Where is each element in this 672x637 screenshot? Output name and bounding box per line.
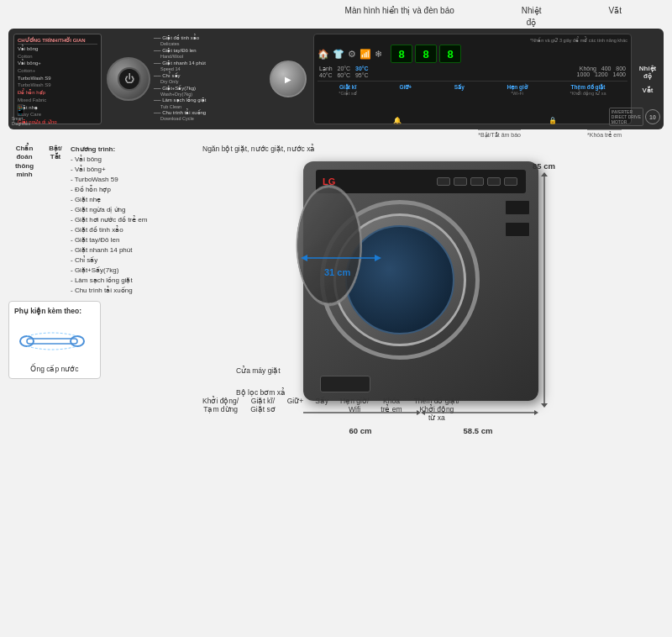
display-label: Màn hình hiển thị và đèn báo — [345, 5, 454, 29]
giu-plus-label: Giữ+ — [287, 397, 303, 422]
detergent-label: Ngăn bột giặt, nước giặt, nước xả — [202, 145, 315, 155]
dim-85-container: 85 cm — [533, 161, 555, 408]
accessory-title: Phụ kiện kèm theo: — [14, 307, 95, 315]
temp-spin-display: Lạnh 20°C 30°C 40°C 60°C 95°C Không 400 … — [318, 66, 627, 78]
bat-tat-label: Bật/Tắt — [44, 145, 67, 296]
display-icons-row: 🏠 👕 ⚙ 📶 ❄ 8 8 8 — [318, 45, 627, 63]
dim-85-label: 85 cm — [533, 161, 555, 171]
dim-585-label: 58.5 cm — [464, 426, 493, 435]
digit-1: 8 — [391, 45, 412, 63]
program-panel-header: CHƯƠNG TRÌNH/THỜI GIAN — [18, 37, 97, 45]
them-do-giat-label: Thêm đồ giặt/Khởi độngtừ xa — [414, 397, 460, 422]
temp-top-label: Nhiệtđộ — [522, 5, 542, 29]
control-panel: CHƯƠNG TRÌNH/THỜI GIAN Vải bôngCotton Vả… — [8, 29, 664, 129]
home-icon: 🏠 — [318, 49, 329, 60]
start-pause-button[interactable]: ▶ — [270, 61, 307, 97]
accessory-box: Phụ kiện kèm theo: Ống cấp nước — [8, 301, 101, 379]
top-annotation-row: Màn hình hiển thị và đèn báo Nhiệtđộ Vắt — [0, 0, 672, 29]
accessory-name: Ống cấp nước — [14, 365, 95, 373]
main-content: Chẩn đoán thông minh Bật/Tắt Chương trìn… — [0, 141, 672, 425]
program-labels-list: ── Giặt đồ tinh xảoDelicates ── Giặt tay… — [154, 34, 263, 124]
inverter-logo: INVERTERDIRECT DRIVEMOTOR 10 — [609, 108, 660, 126]
prog-label-dryonly: ── Chỉ sấyDry Only — [154, 73, 263, 85]
right-column: Ngăn bột giặt, nước giặt, nước xả LG — [202, 145, 664, 422]
prog-label-washdry: ── Giặt+Sấy(7kg)Wash+Dry(7kg) — [154, 86, 263, 97]
display-buttons-row: Giặt kĩ *Giặt sơ Giữ+ Sấy Hẹn giờ *Wi-Fi… — [318, 81, 627, 96]
display-btn-timer[interactable]: Hẹn giờ *Wi-Fi — [507, 84, 527, 96]
prog-label-handwool: ── Giặt tay/Đô lenHand/Wool — [154, 48, 263, 60]
ctrl-btn-1 — [437, 177, 450, 186]
khoa-tre-em-line: *Khóa trẻ em — [587, 129, 622, 139]
function-labels-row: Chẩn đoán thông minh Bật/Tắt Chương trìn… — [8, 145, 197, 296]
power-button[interactable]: ⏻ — [118, 67, 141, 91]
start-pause-icon: ▶ — [285, 75, 291, 84]
display-note: *Nhấn và giữ 3 giây để mở các tính năng … — [318, 38, 627, 43]
left-column: Chẩn đoán thông minh Bật/Tắt Chương trìn… — [8, 145, 197, 422]
ctrl-btn-3 — [470, 177, 484, 186]
smart-diagnosis-label: SmartDiagnosis — [12, 116, 30, 126]
cua-may-giat-label: Cửa máy giặt — [236, 366, 286, 375]
dim-bottom-labels: 60 cm 58.5 cm — [303, 426, 538, 435]
smart-diagnosis-icon: 📱 — [14, 104, 27, 116]
wifi-icon: 📶 — [360, 49, 371, 60]
display-btn-add-laundry[interactable]: Thêm đồ giặt *Khởi động từ xa — [570, 84, 606, 96]
spin-display: Không 400 800 1000 1200 1400 — [577, 66, 626, 78]
right-panel-labels: Nhiệt độ Vắt — [635, 65, 660, 94]
vat-panel-label: Vắt — [643, 87, 654, 94]
prog-label-delicates: ── Giặt đồ tinh xảoDelicates — [154, 35, 263, 47]
prog-label-speed14: ── Giặt nhanh 14 phútSpeed 14 — [154, 61, 263, 72]
smart-diagnosis-panel: 📱 SmartDiagnosis — [12, 104, 30, 126]
svg-marker-8 — [541, 403, 548, 408]
display-btn-dry[interactable]: Sấy — [454, 84, 465, 96]
panel-bottom-annotations: Khởi động/Tạm dừng Giặt kĩ/Giặt sơ Giữ+ … — [202, 397, 459, 422]
display-btn-hold-plus[interactable]: Giữ+ — [399, 84, 412, 96]
digit-2: 8 — [415, 45, 437, 63]
prog-label-tubclean: ── Làm sạch lồng giặtTub Clean — [154, 97, 263, 109]
spin-display-row2: 1000 1200 1400 — [577, 71, 626, 77]
bo-loc-bom-xa-label: Bộ lọc bơm xả — [236, 388, 286, 397]
snowflake-icon: ❄ — [375, 49, 382, 60]
chuong-trinh-label: Chương trình: - Vải bông - Vải bông+ - T… — [71, 145, 195, 296]
ctrl-btn-2 — [454, 177, 467, 186]
machine-filter-area — [320, 376, 370, 392]
bat-tat-am-bao-area: 🔔 — [393, 111, 402, 126]
spin-top-label: Vắt — [609, 5, 622, 29]
digit-3: 8 — [439, 45, 461, 63]
chan-doan-label: Chẩn đoán thông minh — [8, 145, 40, 296]
machine-detail-2 — [505, 222, 530, 237]
panel-bottom-icons-row: 🔔 🔒 — [319, 111, 630, 126]
ctrl-btn-4 — [487, 177, 501, 186]
prog-label-download: ── Chu trình tải xuốngDownload Cycle — [154, 110, 263, 122]
tube-svg — [18, 323, 86, 361]
svg-marker-5 — [375, 255, 381, 261]
machine-top-strip: LG — [316, 170, 526, 193]
svg-marker-4 — [301, 255, 307, 261]
power-icon: ⏻ — [124, 73, 134, 85]
khoi-dong-tam-dung-label: Khởi động/Tạm dừng — [202, 397, 239, 422]
khoa-tre-em-bottom-label: Khóatrẻ em — [381, 397, 402, 422]
machine-front-labels: Cửa máy giặt Bộ lọc bơm xả — [236, 366, 286, 397]
panel-annotation-line: *Bật/Tắt âm báo *Khóa trẻ em — [0, 129, 672, 141]
digit-display: 8 8 8 — [391, 45, 461, 63]
temp-display-row2: 40°C 60°C 95°C — [319, 72, 369, 78]
settings-icon: ⚙ — [348, 49, 356, 60]
display-btn-wash-type[interactable]: Giặt kĩ *Giặt sơ — [339, 84, 356, 96]
temp-display-label: Lạnh 20°C 30°C — [319, 66, 369, 72]
dim-31-arrow — [299, 245, 383, 271]
machine-detail-1 — [505, 200, 530, 215]
shirt-icon: 👕 — [333, 49, 344, 60]
dim-60-label: 60 cm — [349, 426, 372, 435]
giat-ki-giat-so-label: Giặt kĩ/Giặt sơ — [250, 397, 275, 422]
svg-marker-7 — [541, 172, 548, 176]
khoa-tre-em-area: 🔒 — [549, 111, 557, 126]
say-label: Sấy — [315, 397, 328, 422]
nhiet-do-panel-label: Nhiệt độ — [635, 65, 660, 80]
machine-illustration: LG — [236, 161, 555, 422]
spin-display-label: Không 400 800 — [577, 66, 626, 71]
temp-display: Lạnh 20°C 30°C 40°C 60°C 95°C — [319, 66, 369, 78]
dim-85-arrow — [539, 172, 549, 408]
bat-tat-am-bao-line: *Bật/Tắt âm báo — [478, 129, 521, 139]
machine-right-controls — [505, 200, 530, 237]
hen-gio-wifi-label: Hẹn giờ/Wifi — [340, 397, 369, 422]
ctrl-btn-5 — [504, 177, 517, 186]
